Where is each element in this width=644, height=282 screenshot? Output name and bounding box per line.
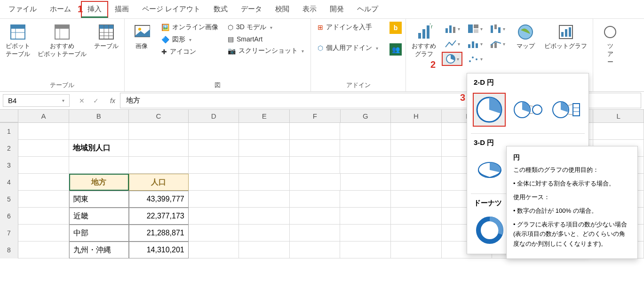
image-button[interactable]: 画像 — [128, 22, 155, 52]
smartart-button[interactable]: ▤SmartArt — [225, 34, 307, 44]
menu-view[interactable]: 表示 — [296, 1, 323, 17]
cell[interactable] — [239, 174, 290, 191]
recommended-charts-button[interactable]: ? おすすめ グラフ — [410, 22, 438, 60]
cell-region[interactable]: 関東 — [69, 191, 129, 208]
cell[interactable] — [18, 140, 69, 157]
waterfall-chart-button[interactable]: ▾ — [487, 22, 508, 36]
menu-file[interactable]: ファイル — [2, 1, 43, 17]
cell[interactable] — [239, 123, 290, 140]
column-chart-button[interactable]: ▾ — [442, 22, 462, 36]
cell[interactable] — [239, 140, 290, 157]
row-header[interactable]: 7 — [0, 225, 18, 242]
donut-option[interactable] — [473, 213, 507, 247]
cell-population[interactable]: 43,399,777 — [129, 191, 189, 208]
cell[interactable] — [290, 140, 341, 157]
menu-draw[interactable]: 描画 — [108, 1, 135, 17]
col-header[interactable]: L — [593, 110, 644, 122]
cell[interactable] — [340, 140, 391, 157]
menu-review[interactable]: 校閲 — [269, 1, 296, 17]
row-header[interactable]: 4 — [0, 174, 18, 191]
cell[interactable] — [391, 174, 442, 191]
cell[interactable] — [341, 174, 391, 191]
cell-header-region[interactable]: 地方 — [69, 174, 129, 191]
cell[interactable] — [18, 191, 69, 208]
people-icon[interactable]: 👥 — [390, 43, 402, 56]
cell[interactable] — [189, 140, 239, 157]
bar-of-pie-option[interactable] — [550, 93, 583, 127]
table-button[interactable]: テーブル — [92, 22, 120, 52]
pie-3d-option[interactable] — [473, 153, 507, 187]
cell[interactable] — [290, 123, 341, 140]
name-box-dropdown-icon[interactable]: ▾ — [62, 98, 64, 103]
online-image-button[interactable]: 🖼️オンライン画像 — [159, 22, 221, 33]
pie-of-pie-option[interactable] — [511, 93, 544, 127]
menu-page-layout[interactable]: ページ レイアウト — [135, 1, 207, 17]
cell-region[interactable]: 九州・沖縄 — [69, 242, 129, 258]
pivot-table-button[interactable]: ピボット テーブル — [4, 22, 32, 60]
cell[interactable] — [290, 225, 341, 242]
map-button[interactable]: マップ — [512, 22, 539, 52]
3d-model-button[interactable]: ⬡3D モデル▾ — [225, 22, 307, 33]
row-header[interactable]: 8 — [0, 242, 18, 258]
cell[interactable] — [69, 157, 129, 174]
cell[interactable] — [18, 157, 69, 174]
line-chart-button[interactable]: ▾ — [442, 37, 462, 51]
pivot-chart-button[interactable]: ピボットグラフ — [542, 22, 589, 52]
col-header[interactable]: E — [239, 110, 290, 122]
cell[interactable] — [129, 123, 189, 140]
cell[interactable] — [189, 123, 239, 140]
cell[interactable] — [239, 225, 290, 242]
cell[interactable] — [129, 157, 189, 174]
menu-formulas[interactable]: 数式 — [207, 1, 234, 17]
screenshot-button[interactable]: 📷スクリーンショット▾ — [225, 45, 307, 56]
cell[interactable] — [69, 123, 129, 140]
row-header[interactable]: 6 — [0, 208, 18, 225]
cancel-icon[interactable]: ✕ — [79, 97, 85, 105]
cell[interactable] — [189, 242, 239, 258]
cell[interactable] — [391, 140, 442, 157]
fx-icon[interactable]: fx — [105, 97, 120, 105]
name-box[interactable]: B4 ▾ — [3, 94, 70, 107]
statistic-chart-button[interactable]: ▾ — [464, 37, 485, 51]
icons-button[interactable]: ✚アイコン — [159, 46, 221, 57]
shapes-button[interactable]: 🔷図形▾ — [159, 34, 221, 45]
cell[interactable] — [290, 208, 341, 225]
cell[interactable] — [391, 208, 442, 225]
menu-home[interactable]: ホーム — [43, 1, 78, 17]
cell[interactable] — [391, 225, 442, 242]
col-header[interactable]: D — [189, 110, 239, 122]
cell[interactable] — [290, 191, 341, 208]
menu-insert[interactable]: 挿入 — [81, 1, 108, 18]
cell[interactable] — [129, 140, 189, 157]
combo-chart-button[interactable]: ▾ — [487, 37, 508, 51]
cell[interactable] — [239, 208, 290, 225]
cell[interactable] — [340, 123, 391, 140]
menu-data[interactable]: データ — [234, 1, 269, 17]
col-header[interactable]: G — [341, 110, 391, 122]
recommended-pivot-button[interactable]: おすすめ ピボットテーブル — [36, 22, 88, 60]
cell[interactable] — [290, 174, 341, 191]
cell[interactable] — [391, 242, 442, 258]
col-header[interactable]: C — [129, 110, 189, 122]
col-header[interactable]: H — [391, 110, 442, 122]
cell[interactable] — [391, 157, 442, 174]
cell-population[interactable]: 14,310,201 — [129, 242, 189, 258]
cell[interactable] — [239, 242, 290, 258]
cell[interactable] — [391, 123, 442, 140]
pie-chart-button[interactable]: ▾ — [442, 52, 462, 66]
menu-developer[interactable]: 開発 — [323, 1, 350, 17]
cell[interactable] — [189, 191, 239, 208]
cell[interactable] — [391, 191, 442, 208]
cell-population[interactable]: 21,288,871 — [129, 225, 189, 242]
cell[interactable] — [18, 208, 69, 225]
row-header[interactable]: 5 — [0, 191, 18, 208]
cell[interactable] — [18, 242, 69, 258]
cell-title[interactable]: 地域別人口 — [69, 140, 129, 157]
cell[interactable] — [340, 225, 391, 242]
cell[interactable] — [239, 191, 290, 208]
row-header[interactable]: 3 — [0, 157, 18, 174]
hierarchy-chart-button[interactable]: ▾ — [464, 22, 485, 36]
pie-2d-option[interactable] — [473, 93, 506, 127]
cell[interactable] — [340, 208, 391, 225]
cell[interactable] — [18, 225, 69, 242]
